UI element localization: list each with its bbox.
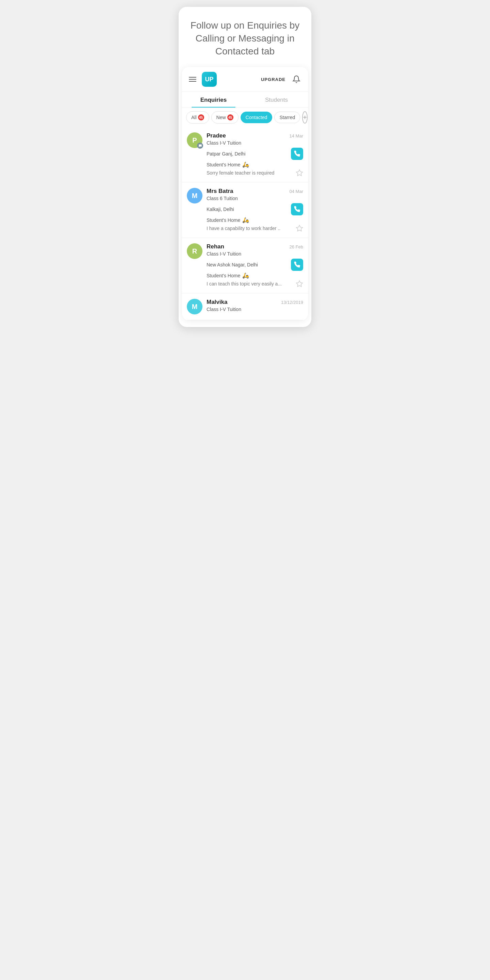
filter-row: All 45 New 45 Contacted Starred +: [182, 108, 308, 127]
enquiry-item[interactable]: P Pradee 14 Mar Class I-V Tuition Patpar…: [182, 127, 308, 182]
app-header: UP UPGRADE: [182, 67, 308, 92]
menu-button[interactable]: [188, 76, 198, 83]
enquiry-content: Malvika 13/12/2019 Class I-V Tuition: [207, 299, 303, 314]
scooter-icon: 🛵: [242, 217, 249, 223]
enquiry-name: Malvika: [207, 299, 227, 305]
tab-students[interactable]: Students: [245, 92, 308, 108]
chip-new[interactable]: New 45: [211, 111, 239, 124]
tab-enquiries[interactable]: Enquiries: [182, 92, 245, 108]
enquiry-date: 26 Feb: [290, 244, 303, 250]
enquiry-item[interactable]: M Malvika 13/12/2019 Class I-V Tuition: [182, 293, 308, 320]
enquiry-note: I can teach this topic very easily a...: [207, 281, 293, 286]
phone-icon: [294, 261, 301, 268]
notification-bell-button[interactable]: [290, 73, 302, 86]
svg-marker-1: [296, 225, 302, 231]
chip-starred[interactable]: Starred: [274, 111, 300, 123]
avatar: M: [187, 299, 202, 314]
new-badge: 45: [227, 115, 234, 121]
star-button[interactable]: [296, 224, 303, 232]
hero-section: Follow up on Enquiries by Calling or Mes…: [179, 7, 311, 67]
enquiry-mode: Student's Home: [207, 273, 240, 278]
call-button[interactable]: [291, 203, 303, 215]
chip-contacted[interactable]: Contacted: [240, 111, 272, 123]
app-logo: UP: [202, 72, 217, 87]
enquiry-item[interactable]: R Rehan 26 Feb Class I-V Tuition New Ash…: [182, 238, 308, 293]
enquiry-class: Class I-V Tuition: [207, 140, 303, 146]
avatar: M: [187, 188, 202, 204]
enquiry-date: 13/12/2019: [281, 300, 303, 305]
enquiry-location: Patpar Ganj, Delhi: [207, 151, 245, 156]
enquiry-mode: Student's Home: [207, 218, 240, 223]
enquiry-name: Rehan: [207, 243, 224, 250]
add-filter-button[interactable]: +: [302, 111, 308, 124]
enquiry-content: Mrs Batra 04 Mar Class 6 Tuition Kalkaji…: [207, 188, 303, 232]
enquiry-class: Class I-V Tuition: [207, 307, 303, 312]
upgrade-button[interactable]: UPGRADE: [258, 76, 288, 83]
hero-title: Follow up on Enquiries by Calling or Mes…: [187, 19, 303, 57]
enquiry-content: Rehan 26 Feb Class I-V Tuition New Ashok…: [207, 243, 303, 288]
all-badge: 45: [198, 115, 204, 121]
enquiry-location: Kalkaji, Delhi: [207, 207, 234, 212]
phone-icon: [294, 206, 301, 213]
enquiry-class: Class 6 Tuition: [207, 196, 303, 201]
enquiry-content: Pradee 14 Mar Class I-V Tuition Patpar G…: [207, 132, 303, 177]
phone-icon: [294, 150, 301, 157]
bell-icon: [292, 75, 301, 83]
svg-marker-2: [296, 281, 302, 286]
enquiry-location: New Ashok Nagar, Delhi: [207, 262, 258, 267]
star-button[interactable]: [296, 169, 303, 177]
call-button[interactable]: [291, 148, 303, 160]
call-button[interactable]: [291, 259, 303, 271]
enquiry-mode: Student's Home: [207, 162, 240, 167]
enquiry-date: 04 Mar: [290, 189, 303, 194]
enquiry-note: Sorry female teacher is required: [207, 170, 293, 176]
app-card: UP UPGRADE Enquiries Students All: [182, 67, 308, 320]
enquiry-class: Class I-V Tuition: [207, 251, 303, 256]
main-tabs: Enquiries Students: [182, 92, 308, 108]
scooter-icon: 🛵: [242, 272, 249, 279]
star-button[interactable]: [296, 280, 303, 288]
chat-badge-icon: [197, 143, 203, 149]
avatar: P: [187, 132, 202, 148]
enquiry-list: P Pradee 14 Mar Class I-V Tuition Patpar…: [182, 127, 308, 320]
scooter-icon: 🛵: [242, 161, 249, 168]
svg-marker-0: [296, 170, 302, 176]
chip-all[interactable]: All 45: [186, 111, 209, 124]
enquiry-name: Pradee: [207, 132, 226, 139]
avatar: R: [187, 243, 202, 259]
enquiry-name: Mrs Batra: [207, 188, 233, 195]
enquiry-note: I have a capability to work harder ..: [207, 226, 293, 231]
enquiry-date: 14 Mar: [290, 134, 303, 138]
enquiry-item[interactable]: M Mrs Batra 04 Mar Class 6 Tuition Kalka…: [182, 182, 308, 238]
